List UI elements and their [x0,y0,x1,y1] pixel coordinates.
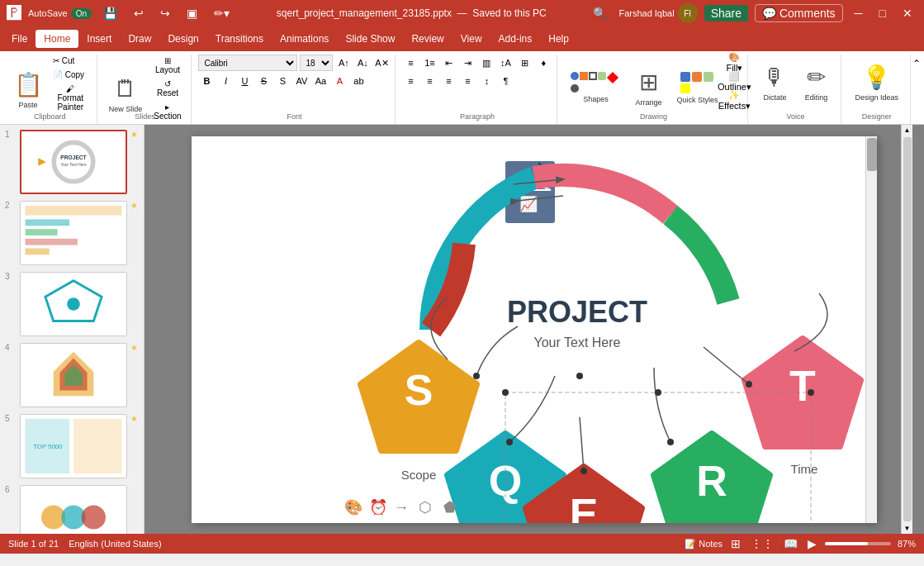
minimize-button[interactable]: ─ [850,5,868,21]
para-spacing-button[interactable]: ¶ [497,73,514,89]
slide-scrollbar[interactable] [865,136,877,523]
maximize-button[interactable]: □ [874,5,891,21]
svg-text:⬡: ⬡ [419,499,432,516]
numbering-button[interactable]: 1≡ [421,55,438,71]
user-info: Farshad Iqbal FI [618,3,697,23]
scroll-up-button[interactable]: ▲ [903,125,912,136]
shape-outline-button[interactable]: ⬜ Outline▾ [726,74,742,90]
menu-item-transitions[interactable]: Transitions [207,30,272,48]
shadow-button[interactable]: S [274,73,291,89]
customize-button[interactable]: ✏▾ [209,5,235,21]
font-decrease-button[interactable]: A↓ [354,55,371,71]
slide-thumb-6[interactable]: 6 [3,483,140,534]
italic-button[interactable]: I [217,73,234,89]
columns-button[interactable]: ▥ [478,55,495,71]
presentation-mode-button[interactable]: ▣ [182,5,202,21]
svg-text:📈: 📈 [519,195,538,213]
svg-point-25 [82,505,106,529]
arrange-button[interactable]: ⊞ Arrange [628,59,668,116]
font-family-select[interactable]: Calibri [198,55,297,71]
menu-item-slideshow[interactable]: Slide Show [337,30,403,48]
slide-thumb-5[interactable]: 5 TOP 5000 ★ [3,412,140,480]
menu-item-addins[interactable]: Add-ins [490,30,541,48]
align-center-button[interactable]: ≡ [421,73,438,89]
reset-button[interactable]: ↺ Reset [149,78,187,99]
strikethrough-button[interactable]: S [255,73,272,89]
font-size-select[interactable]: 18 [300,55,333,71]
menu-item-file[interactable]: File [3,30,36,48]
menu-item-design[interactable]: Design [159,30,206,48]
redo-button[interactable]: ↪ [155,5,175,21]
undo-button[interactable]: ↩ [129,5,149,21]
save-button[interactable]: 💾 [98,5,122,21]
slide-area: 📈 [145,125,924,534]
reading-view-button[interactable]: 📖 [782,535,799,552]
svg-rect-10 [26,249,50,255]
menu-item-animations[interactable]: Animations [272,30,337,48]
align-right-button[interactable]: ≡ [440,73,457,89]
normal-view-button[interactable]: ⊞ [729,535,742,552]
slideshow-button[interactable]: ▶ [806,535,818,552]
align-text-button[interactable]: ⊞ [516,55,533,71]
slides-group: 🗒 New Slide ⊞ Layout ↺ Reset ▸ Section S… [99,55,192,124]
bookmark-icon-4: ★ [130,343,138,352]
menu-item-help[interactable]: Help [540,30,577,48]
share-button[interactable]: Share [704,5,748,21]
ribbon-collapse-button[interactable]: ⌃ [912,58,921,69]
clear-format-button[interactable]: A✕ [373,55,390,71]
svg-point-59 [502,389,509,396]
text-direction-button[interactable]: ↕A [497,55,514,71]
paste-button[interactable]: 📋 Paste [8,62,48,118]
shapes-button[interactable]: Shapes [564,59,627,116]
outer-scroll-thumb[interactable] [903,137,912,521]
slide-sorter-button[interactable]: ⋮⋮ [749,535,775,552]
slide-thumb-2[interactable]: 2 ★ [3,199,140,267]
menu-item-insert[interactable]: Insert [78,30,120,48]
increase-indent-button[interactable]: ⇥ [459,55,476,71]
bold-button[interactable]: B [198,73,215,89]
menu-item-home[interactable]: Home [36,30,78,48]
shape-effects-button[interactable]: ✨ Effects▾ [726,93,742,109]
justify-button[interactable]: ≡ [459,73,476,89]
font-increase-button[interactable]: A↑ [335,55,352,71]
quick-styles-button[interactable]: Quick Styles [670,59,724,116]
font-color-button[interactable]: A [331,73,348,89]
slide-canvas[interactable]: 📈 [192,136,877,523]
cut-button[interactable]: ✂ Cut [50,55,92,67]
bullets-button[interactable]: ≡ [402,55,419,71]
shape-fill-button[interactable]: 🎨 Fill▾ [726,55,742,71]
line-spacing-button[interactable]: ↕ [478,73,495,89]
layout-button[interactable]: ⊞ Layout [149,55,187,76]
decrease-indent-button[interactable]: ⇤ [440,55,457,71]
dictate-button[interactable]: 🎙 Dictate [755,55,794,111]
underline-button[interactable]: U [236,73,253,89]
editing-button[interactable]: ✏ Editing [796,55,836,111]
scroll-down-button[interactable]: ▼ [903,523,912,534]
paragraph-group: ≡ 1≡ ⇤ ⇥ ▥ ↕A ⊞ ♦ ≡ ≡ ≡ ≡ ↕ ¶ [397,55,557,124]
svg-text:T: T [789,362,816,410]
scroll-thumb[interactable] [867,138,877,171]
slide-thumb-4[interactable]: 4 ★ [3,341,140,409]
menu-item-review[interactable]: Review [403,30,452,48]
change-case-button[interactable]: Aa [312,73,329,89]
font-group: Calibri 18 A↑ A↓ A✕ B I U S S AV Aa [193,55,396,124]
slide-thumb-3[interactable]: 3 [3,270,140,338]
notes-button[interactable]: 📝 Notes [685,539,723,549]
svg-point-53 [667,439,674,445]
smartart-button[interactable]: ♦ [535,55,552,71]
search-button[interactable]: 🔍 [588,5,612,21]
notes-icon: 📝 [685,539,696,549]
close-button[interactable]: ✕ [898,5,917,21]
copy-button[interactable]: 📄 Copy [50,69,92,81]
comments-button[interactable]: 💬 Comments [755,4,843,22]
menu-item-view[interactable]: View [453,30,490,48]
align-left-button[interactable]: ≡ [402,73,419,89]
svg-rect-8 [26,229,58,235]
highlight-button[interactable]: ab [350,73,367,89]
menu-item-draw[interactable]: Draw [120,30,159,48]
char-spacing-button[interactable]: AV [293,73,310,89]
design-ideas-button[interactable]: 💡 Design Ideas [848,55,905,111]
format-painter-button[interactable]: 🖌 Format Painter [50,83,92,113]
file-name: sqert_project_management_23185.pptx [277,7,452,19]
autosave-toggle[interactable]: On [71,8,92,19]
